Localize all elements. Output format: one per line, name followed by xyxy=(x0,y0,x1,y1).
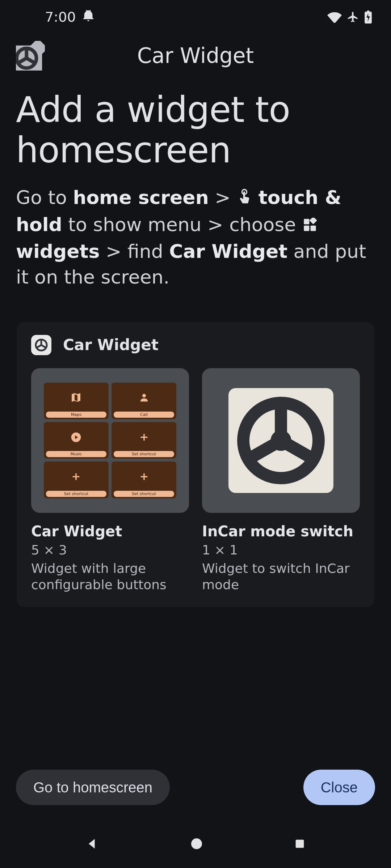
widget-preview-grid: Maps Call Music xyxy=(31,368,189,513)
shortcut-call-label: Call xyxy=(114,412,174,418)
svg-rect-11 xyxy=(311,226,316,231)
instructions: Go to home screen > touch & hold to show… xyxy=(16,185,375,290)
nav-back-icon[interactable] xyxy=(85,837,100,852)
svg-line-16 xyxy=(37,345,41,348)
status-time: 7:00 xyxy=(45,9,76,25)
shortcut-empty-2: Set shortcut xyxy=(44,461,109,498)
svg-line-15 xyxy=(41,345,46,348)
app-header: Car Widget xyxy=(0,34,391,81)
svg-line-29 xyxy=(248,441,281,459)
nav-bar xyxy=(0,821,391,868)
shortcut-music-label: Music xyxy=(46,451,106,457)
instructions-to-show: to show menu > choose xyxy=(62,214,302,235)
widget-size: 1 × 1 xyxy=(202,542,360,557)
widget-size: 5 × 3 xyxy=(31,542,189,557)
widget-preview-square xyxy=(202,368,360,513)
shortcut-empty-2-label: Set shortcut xyxy=(46,491,106,497)
instructions-widgets: widgets xyxy=(16,241,100,262)
svg-point-30 xyxy=(191,838,202,849)
status-left: 7:00 xyxy=(45,9,94,25)
shortcut-call: Call xyxy=(112,383,176,419)
instructions-car-widget: Car Widget xyxy=(169,241,287,262)
widget-panel: Car Widget Maps xyxy=(17,322,374,607)
shortcut-empty-1: Set shortcut xyxy=(112,422,176,459)
shortcut-empty-3: Set shortcut xyxy=(112,461,176,498)
shortcut-empty-3-label: Set shortcut xyxy=(114,491,174,497)
close-button[interactable]: Close xyxy=(303,770,375,805)
nav-home-icon[interactable] xyxy=(190,837,203,852)
widget-item-car-widget[interactable]: Maps Call Music xyxy=(31,368,189,593)
svg-rect-10 xyxy=(304,226,309,231)
status-right xyxy=(327,10,372,24)
content: Add a widget to homescreen Go to home sc… xyxy=(0,81,391,607)
alarm-icon xyxy=(82,9,94,25)
svg-rect-12 xyxy=(310,218,317,224)
steering-wheel-icon xyxy=(228,388,333,493)
map-icon xyxy=(70,383,82,413)
plus-icon xyxy=(139,461,149,492)
widget-panel-title: Car Widget xyxy=(63,336,159,354)
widget-name: InCar mode switch xyxy=(202,523,360,540)
battery-charging-icon xyxy=(364,10,372,24)
header-title: Car Widget xyxy=(45,43,346,68)
widget-panel-header: Car Widget xyxy=(31,335,360,355)
instructions-find: > find xyxy=(100,241,169,262)
widget-name: Car Widget xyxy=(31,523,189,540)
widget-app-small-icon xyxy=(31,335,51,355)
svg-rect-9 xyxy=(304,219,309,225)
widget-item-incar[interactable]: InCar mode switch 1 × 1 Widget to switch… xyxy=(202,368,360,593)
go-to-homescreen-button[interactable]: Go to homescreen xyxy=(16,770,170,805)
plus-icon xyxy=(71,461,81,492)
instructions-home-screen: home screen xyxy=(73,187,209,208)
svg-line-28 xyxy=(281,441,314,459)
wifi-icon xyxy=(327,11,342,23)
play-circle-icon xyxy=(70,422,82,452)
airplane-icon xyxy=(347,11,359,23)
shortcut-empty-1-label: Set shortcut xyxy=(114,451,174,457)
app-icon xyxy=(16,41,45,70)
plus-icon xyxy=(139,422,149,452)
nav-recent-icon[interactable] xyxy=(294,838,306,851)
svg-rect-31 xyxy=(296,840,304,848)
status-bar: 7:00 xyxy=(0,0,391,34)
page-title: Add a widget to homescreen xyxy=(16,90,375,170)
widget-desc: Widget with large configurable buttons xyxy=(31,560,189,593)
footer: Go to homescreen Close xyxy=(0,770,391,805)
shortcut-maps-label: Maps xyxy=(46,412,106,418)
widgets-icon xyxy=(303,213,317,239)
touch-icon xyxy=(237,186,252,212)
shortcut-music: Music xyxy=(44,422,109,459)
svg-rect-1 xyxy=(367,10,370,12)
widget-desc: Widget to switch InCar mode xyxy=(202,560,360,593)
shortcut-maps: Maps xyxy=(44,383,109,419)
svg-point-17 xyxy=(142,394,146,397)
instructions-sep1: > xyxy=(209,187,237,208)
person-icon xyxy=(139,383,150,413)
widget-row: Maps Call Music xyxy=(31,368,360,593)
instructions-txt-goto: Go to xyxy=(16,187,73,208)
